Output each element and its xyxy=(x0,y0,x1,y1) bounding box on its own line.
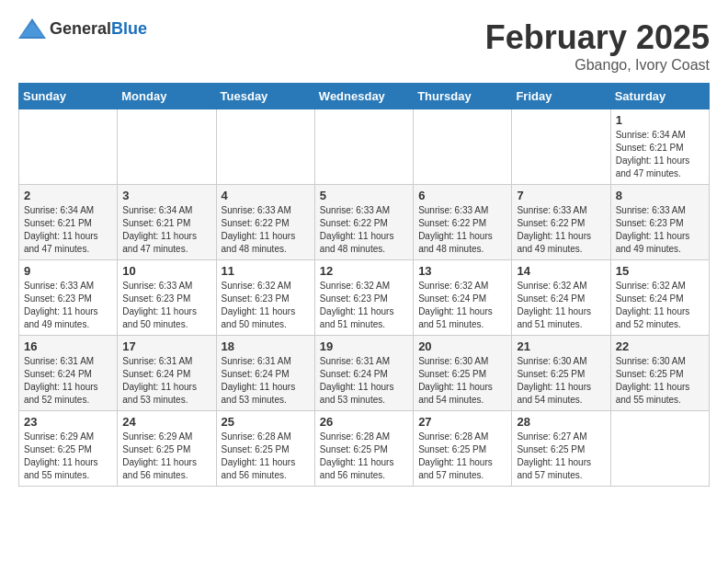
calendar-day-cell: 14Sunrise: 6:32 AM Sunset: 6:24 PM Dayli… xyxy=(512,260,610,336)
day-info: Sunrise: 6:34 AM Sunset: 6:21 PM Dayligh… xyxy=(616,129,704,180)
day-number: 22 xyxy=(616,339,704,353)
calendar-day-cell: 11Sunrise: 6:32 AM Sunset: 6:23 PM Dayli… xyxy=(216,260,314,336)
title-area: February 2025 Gbango, Ivory Coast xyxy=(485,18,710,74)
weekday-header-cell: Wednesday xyxy=(314,84,413,109)
day-info: Sunrise: 6:33 AM Sunset: 6:23 PM Dayligh… xyxy=(24,280,112,331)
calendar-day-cell xyxy=(19,109,118,185)
weekday-header-cell: Thursday xyxy=(414,84,512,109)
calendar-day-cell: 8Sunrise: 6:33 AM Sunset: 6:23 PM Daylig… xyxy=(610,185,709,260)
day-number: 12 xyxy=(320,264,408,278)
calendar-day-cell: 9Sunrise: 6:33 AM Sunset: 6:23 PM Daylig… xyxy=(19,260,118,336)
day-info: Sunrise: 6:30 AM Sunset: 6:25 PM Dayligh… xyxy=(517,355,605,407)
weekday-header-cell: Monday xyxy=(118,84,216,109)
day-info: Sunrise: 6:31 AM Sunset: 6:24 PM Dayligh… xyxy=(24,355,112,407)
calendar-day-cell: 1Sunrise: 6:34 AM Sunset: 6:21 PM Daylig… xyxy=(610,109,709,185)
day-number: 24 xyxy=(122,415,210,429)
calendar-day-cell xyxy=(610,411,709,487)
svg-marker-1 xyxy=(20,22,44,37)
calendar-day-cell: 25Sunrise: 6:28 AM Sunset: 6:25 PM Dayli… xyxy=(216,411,314,487)
day-info: Sunrise: 6:34 AM Sunset: 6:21 PM Dayligh… xyxy=(24,204,112,256)
calendar-week-row: 16Sunrise: 6:31 AM Sunset: 6:24 PM Dayli… xyxy=(19,336,710,411)
day-info: Sunrise: 6:33 AM Sunset: 6:23 PM Dayligh… xyxy=(616,204,704,256)
day-number: 15 xyxy=(616,264,704,278)
day-number: 20 xyxy=(418,339,506,353)
day-info: Sunrise: 6:30 AM Sunset: 6:25 PM Dayligh… xyxy=(616,355,704,407)
calendar-day-cell: 27Sunrise: 6:28 AM Sunset: 6:25 PM Dayli… xyxy=(414,411,512,487)
calendar-day-cell xyxy=(314,109,413,185)
logo-blue-text: Blue xyxy=(111,19,147,38)
day-info: Sunrise: 6:33 AM Sunset: 6:22 PM Dayligh… xyxy=(222,204,310,256)
day-number: 17 xyxy=(122,339,210,353)
day-number: 10 xyxy=(122,264,210,278)
calendar-week-row: 1Sunrise: 6:34 AM Sunset: 6:21 PM Daylig… xyxy=(19,109,710,185)
day-info: Sunrise: 6:32 AM Sunset: 6:24 PM Dayligh… xyxy=(616,280,704,331)
day-number: 25 xyxy=(222,415,310,429)
page-header: GeneralBlue February 2025 Gbango, Ivory … xyxy=(18,18,710,74)
calendar-day-cell xyxy=(512,109,610,185)
weekday-header-cell: Tuesday xyxy=(216,84,314,109)
logo-icon xyxy=(18,18,46,39)
calendar-day-cell: 12Sunrise: 6:32 AM Sunset: 6:23 PM Dayli… xyxy=(314,260,413,336)
calendar-day-cell: 6Sunrise: 6:33 AM Sunset: 6:22 PM Daylig… xyxy=(414,185,512,260)
day-number: 28 xyxy=(517,415,605,429)
calendar-day-cell: 15Sunrise: 6:32 AM Sunset: 6:24 PM Dayli… xyxy=(610,260,709,336)
calendar-day-cell: 22Sunrise: 6:30 AM Sunset: 6:25 PM Dayli… xyxy=(610,336,709,411)
calendar-day-cell: 23Sunrise: 6:29 AM Sunset: 6:25 PM Dayli… xyxy=(19,411,118,487)
weekday-header-cell: Friday xyxy=(512,84,610,109)
day-info: Sunrise: 6:30 AM Sunset: 6:25 PM Dayligh… xyxy=(418,355,506,407)
day-info: Sunrise: 6:31 AM Sunset: 6:24 PM Dayligh… xyxy=(122,355,210,407)
day-info: Sunrise: 6:29 AM Sunset: 6:25 PM Dayligh… xyxy=(122,431,210,482)
day-info: Sunrise: 6:31 AM Sunset: 6:24 PM Dayligh… xyxy=(320,355,408,407)
calendar-day-cell: 16Sunrise: 6:31 AM Sunset: 6:24 PM Dayli… xyxy=(19,336,118,411)
day-number: 5 xyxy=(320,189,408,202)
day-number: 1 xyxy=(616,113,704,127)
calendar-day-cell: 21Sunrise: 6:30 AM Sunset: 6:25 PM Dayli… xyxy=(512,336,610,411)
calendar-day-cell: 28Sunrise: 6:27 AM Sunset: 6:25 PM Dayli… xyxy=(512,411,610,487)
day-number: 9 xyxy=(24,264,112,278)
calendar-day-cell xyxy=(414,109,512,185)
calendar-day-cell: 2Sunrise: 6:34 AM Sunset: 6:21 PM Daylig… xyxy=(19,185,118,260)
day-number: 26 xyxy=(320,415,408,429)
day-info: Sunrise: 6:32 AM Sunset: 6:23 PM Dayligh… xyxy=(320,280,408,331)
logo: GeneralBlue xyxy=(18,18,147,39)
day-info: Sunrise: 6:32 AM Sunset: 6:24 PM Dayligh… xyxy=(517,280,605,331)
day-number: 11 xyxy=(222,264,310,278)
calendar-day-cell: 24Sunrise: 6:29 AM Sunset: 6:25 PM Dayli… xyxy=(118,411,216,487)
day-number: 13 xyxy=(418,264,506,278)
day-info: Sunrise: 6:28 AM Sunset: 6:25 PM Dayligh… xyxy=(320,431,408,482)
day-number: 16 xyxy=(24,339,112,353)
calendar-day-cell: 18Sunrise: 6:31 AM Sunset: 6:24 PM Dayli… xyxy=(216,336,314,411)
day-info: Sunrise: 6:31 AM Sunset: 6:24 PM Dayligh… xyxy=(222,355,310,407)
calendar-day-cell: 26Sunrise: 6:28 AM Sunset: 6:25 PM Dayli… xyxy=(314,411,413,487)
day-number: 23 xyxy=(24,415,112,429)
day-info: Sunrise: 6:33 AM Sunset: 6:22 PM Dayligh… xyxy=(517,204,605,256)
day-info: Sunrise: 6:32 AM Sunset: 6:23 PM Dayligh… xyxy=(222,280,310,331)
location-title: Gbango, Ivory Coast xyxy=(485,57,710,74)
calendar-table: SundayMondayTuesdayWednesdayThursdayFrid… xyxy=(18,83,710,487)
calendar-body: 1Sunrise: 6:34 AM Sunset: 6:21 PM Daylig… xyxy=(19,109,710,487)
calendar-day-cell: 17Sunrise: 6:31 AM Sunset: 6:24 PM Dayli… xyxy=(118,336,216,411)
calendar-day-cell: 7Sunrise: 6:33 AM Sunset: 6:22 PM Daylig… xyxy=(512,185,610,260)
day-info: Sunrise: 6:28 AM Sunset: 6:25 PM Dayligh… xyxy=(418,431,506,482)
calendar-day-cell: 4Sunrise: 6:33 AM Sunset: 6:22 PM Daylig… xyxy=(216,185,314,260)
calendar-day-cell: 20Sunrise: 6:30 AM Sunset: 6:25 PM Dayli… xyxy=(414,336,512,411)
day-info: Sunrise: 6:32 AM Sunset: 6:24 PM Dayligh… xyxy=(418,280,506,331)
day-number: 6 xyxy=(418,189,506,202)
weekday-header-cell: Sunday xyxy=(19,84,118,109)
calendar-day-cell: 3Sunrise: 6:34 AM Sunset: 6:21 PM Daylig… xyxy=(118,185,216,260)
calendar-day-cell xyxy=(216,109,314,185)
weekday-header-cell: Saturday xyxy=(610,84,709,109)
day-info: Sunrise: 6:34 AM Sunset: 6:21 PM Dayligh… xyxy=(122,204,210,256)
day-number: 4 xyxy=(222,189,310,202)
day-number: 19 xyxy=(320,339,408,353)
day-number: 27 xyxy=(418,415,506,429)
calendar-week-row: 23Sunrise: 6:29 AM Sunset: 6:25 PM Dayli… xyxy=(19,411,710,487)
calendar-day-cell: 5Sunrise: 6:33 AM Sunset: 6:22 PM Daylig… xyxy=(314,185,413,260)
day-number: 7 xyxy=(517,189,605,202)
calendar-day-cell: 19Sunrise: 6:31 AM Sunset: 6:24 PM Dayli… xyxy=(314,336,413,411)
day-info: Sunrise: 6:27 AM Sunset: 6:25 PM Dayligh… xyxy=(517,431,605,482)
day-number: 3 xyxy=(122,189,210,202)
calendar-day-cell xyxy=(118,109,216,185)
day-info: Sunrise: 6:29 AM Sunset: 6:25 PM Dayligh… xyxy=(24,431,112,482)
calendar-week-row: 9Sunrise: 6:33 AM Sunset: 6:23 PM Daylig… xyxy=(19,260,710,336)
